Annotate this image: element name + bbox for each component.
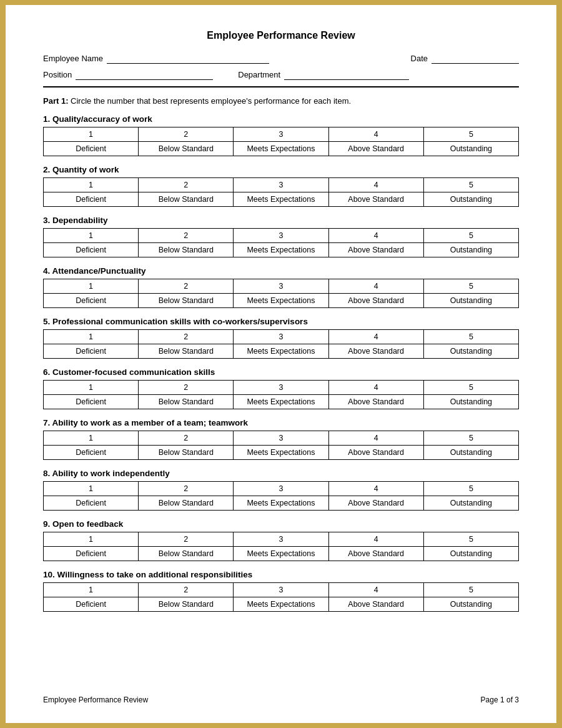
section-6-title: 6. Customer-focused communication skills <box>43 367 519 377</box>
rating-table-3: 12345DeficientBelow StandardMeets Expect… <box>43 228 519 257</box>
rating-num-5: 5 <box>423 431 518 446</box>
section-7-title: 7. Ability to work as a member of a team… <box>43 418 519 427</box>
rating-label-4: Above Standard <box>328 496 423 511</box>
rating-label-2: Below Standard <box>139 243 234 257</box>
rating-num-1: 1 <box>44 532 139 547</box>
section-4-title: 4. Attendance/Punctuality <box>43 266 519 276</box>
rating-label-1: Deficient <box>44 344 139 359</box>
rating-label-2: Below Standard <box>139 395 234 409</box>
rating-num-1: 1 <box>44 583 139 597</box>
header-divider <box>43 86 519 87</box>
rating-table-6: 12345DeficientBelow StandardMeets Expect… <box>43 380 519 409</box>
rating-num-5: 5 <box>423 583 518 597</box>
rating-num-5: 5 <box>423 229 518 243</box>
rating-label-2: Below Standard <box>139 142 234 156</box>
rating-label-3: Meets Expectations <box>234 446 328 460</box>
rating-num-2: 2 <box>139 583 234 597</box>
rating-label-2: Below Standard <box>139 597 234 612</box>
rating-num-4: 4 <box>328 381 423 395</box>
section-7: 7. Ability to work as a member of a team… <box>43 418 519 460</box>
rating-num-5: 5 <box>423 279 518 294</box>
rating-label-5: Outstanding <box>423 597 518 612</box>
rating-label-4: Above Standard <box>328 597 423 612</box>
sections-container: 1. Quality/accuracy of work12345Deficien… <box>43 114 519 612</box>
rating-num-4: 4 <box>328 431 423 446</box>
rating-label-3: Meets Expectations <box>234 142 328 156</box>
rating-num-1: 1 <box>44 178 139 192</box>
rating-label-2: Below Standard <box>139 344 234 359</box>
rating-labels-row-4: DeficientBelow StandardMeets Expectation… <box>44 294 519 308</box>
rating-num-1: 1 <box>44 482 139 496</box>
rating-label-1: Deficient <box>44 192 139 207</box>
rating-label-5: Outstanding <box>423 496 518 511</box>
rating-label-5: Outstanding <box>423 395 518 409</box>
rating-label-2: Below Standard <box>139 547 234 561</box>
section-5-title: 5. Professional communication skills wit… <box>43 317 519 326</box>
rating-num-5: 5 <box>423 330 518 344</box>
rating-num-2: 2 <box>139 279 234 294</box>
section-5: 5. Professional communication skills wit… <box>43 317 519 359</box>
rating-num-5: 5 <box>423 178 518 192</box>
section-6: 6. Customer-focused communication skills… <box>43 367 519 409</box>
rating-labels-row-10: DeficientBelow StandardMeets Expectation… <box>44 597 519 612</box>
header-row-1: Employee Name Date <box>43 54 519 64</box>
rating-label-1: Deficient <box>44 547 139 561</box>
rating-table-2: 12345DeficientBelow StandardMeets Expect… <box>43 177 519 207</box>
rating-num-3: 3 <box>234 431 328 446</box>
rating-label-1: Deficient <box>44 446 139 460</box>
rating-num-3: 3 <box>234 229 328 243</box>
rating-label-1: Deficient <box>44 294 139 308</box>
rating-label-2: Below Standard <box>139 294 234 308</box>
part1-bold: Part 1: <box>43 96 68 106</box>
rating-num-4: 4 <box>328 178 423 192</box>
section-2: 2. Quantity of work12345DeficientBelow S… <box>43 165 519 207</box>
rating-label-4: Above Standard <box>328 395 423 409</box>
section-2-title: 2. Quantity of work <box>43 165 519 174</box>
page: Employee Performance Review Employee Nam… <box>6 5 556 723</box>
rating-label-3: Meets Expectations <box>234 243 328 257</box>
rating-num-2: 2 <box>139 431 234 446</box>
rating-numbers-row-2: 12345 <box>44 178 519 192</box>
rating-num-3: 3 <box>234 381 328 395</box>
section-1: 1. Quality/accuracy of work12345Deficien… <box>43 114 519 156</box>
rating-label-2: Below Standard <box>139 192 234 207</box>
rating-num-3: 3 <box>234 532 328 547</box>
rating-num-4: 4 <box>328 583 423 597</box>
rating-label-4: Above Standard <box>328 446 423 460</box>
rating-numbers-row-6: 12345 <box>44 381 519 395</box>
department-line <box>284 70 409 80</box>
rating-num-2: 2 <box>139 381 234 395</box>
rating-num-4: 4 <box>328 532 423 547</box>
rating-label-3: Meets Expectations <box>234 192 328 207</box>
section-3-title: 3. Dependability <box>43 216 519 225</box>
rating-num-3: 3 <box>234 583 328 597</box>
rating-labels-row-1: DeficientBelow StandardMeets Expectation… <box>44 142 519 156</box>
employee-name-label: Employee Name <box>43 54 103 63</box>
rating-numbers-row-5: 12345 <box>44 330 519 344</box>
rating-numbers-row-1: 12345 <box>44 127 519 142</box>
rating-numbers-row-3: 12345 <box>44 229 519 243</box>
rating-num-4: 4 <box>328 279 423 294</box>
rating-label-5: Outstanding <box>423 192 518 207</box>
rating-label-5: Outstanding <box>423 446 518 460</box>
rating-numbers-row-4: 12345 <box>44 279 519 294</box>
rating-label-1: Deficient <box>44 142 139 156</box>
rating-labels-row-2: DeficientBelow StandardMeets Expectation… <box>44 192 519 207</box>
part1-intro: Part 1: Circle the number that best repr… <box>43 96 519 106</box>
rating-num-4: 4 <box>328 482 423 496</box>
rating-label-4: Above Standard <box>328 547 423 561</box>
page-title: Employee Performance Review <box>43 30 519 41</box>
rating-table-7: 12345DeficientBelow StandardMeets Expect… <box>43 431 519 460</box>
section-9-title: 9. Open to feedback <box>43 519 519 529</box>
section-9: 9. Open to feedback12345DeficientBelow S… <box>43 519 519 561</box>
rating-num-2: 2 <box>139 330 234 344</box>
rating-table-8: 12345DeficientBelow StandardMeets Expect… <box>43 481 519 511</box>
part1-text: Circle the number that best represents e… <box>68 96 351 106</box>
rating-labels-row-5: DeficientBelow StandardMeets Expectation… <box>44 344 519 359</box>
rating-numbers-row-10: 12345 <box>44 583 519 597</box>
header-row-2: Position Department <box>43 70 519 80</box>
rating-labels-row-6: DeficientBelow StandardMeets Expectation… <box>44 395 519 409</box>
date-line <box>431 54 519 64</box>
rating-table-1: 12345DeficientBelow StandardMeets Expect… <box>43 127 519 156</box>
page-footer: Employee Performance Review Page 1 of 3 <box>43 696 519 704</box>
